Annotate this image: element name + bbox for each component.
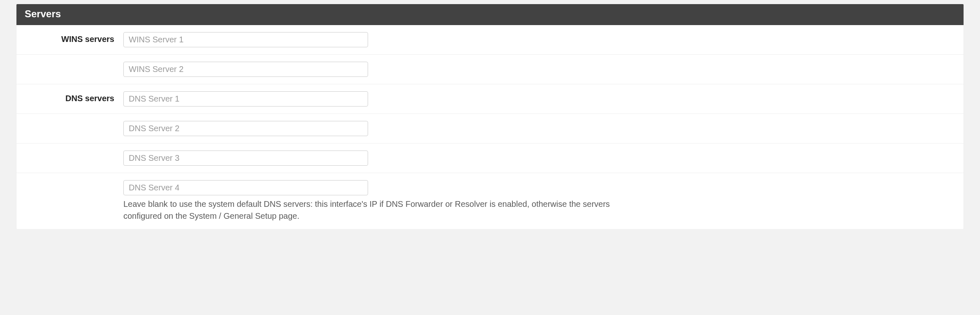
dns-server-4-row: Leave blank to use the system default DN… [16,173,964,229]
servers-panel: Servers WINS servers DNS servers [16,4,964,229]
wins-server-2-row [16,55,964,84]
dns-server-1-row: DNS servers [16,84,964,114]
wins-server-2-input[interactable] [123,62,368,77]
dns-servers-label: DNS servers [25,91,123,103]
dns-server-4-input[interactable] [123,180,368,195]
wins-server-1-row: WINS servers [16,25,964,55]
dns-server-1-input[interactable] [123,91,368,107]
panel-title: Servers [16,4,964,25]
dns-server-4-label-spacer [25,180,123,183]
dns-server-3-label-spacer [25,151,123,153]
wins-server-2-label-spacer [25,62,123,64]
dns-server-2-label-spacer [25,121,123,123]
wins-server-1-input[interactable] [123,32,368,47]
dns-server-2-input[interactable] [123,121,368,136]
wins-server-2-wrap [123,62,955,77]
wins-server-1-wrap [123,32,955,47]
dns-server-3-row [16,144,964,173]
dns-server-1-wrap [123,91,955,107]
dns-help-text: Leave blank to use the system default DN… [123,198,629,222]
wins-servers-label: WINS servers [25,32,123,44]
dns-server-3-input[interactable] [123,151,368,166]
dns-server-2-wrap [123,121,955,136]
dns-server-2-row [16,114,964,144]
dns-server-3-wrap [123,151,955,166]
dns-server-4-wrap: Leave blank to use the system default DN… [123,180,955,222]
